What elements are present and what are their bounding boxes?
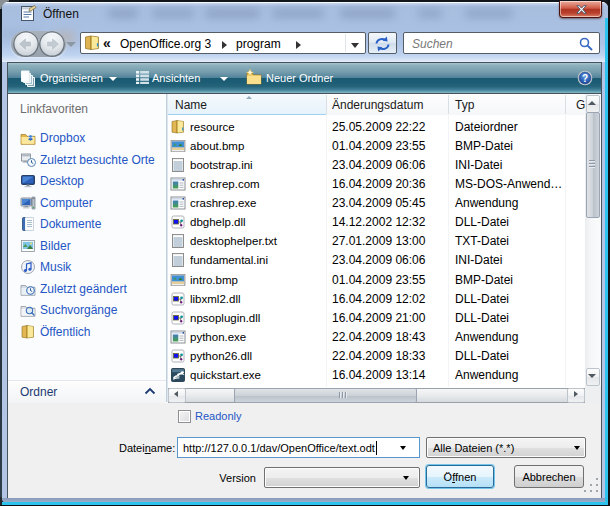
svg-text:?: ? [582,73,588,84]
